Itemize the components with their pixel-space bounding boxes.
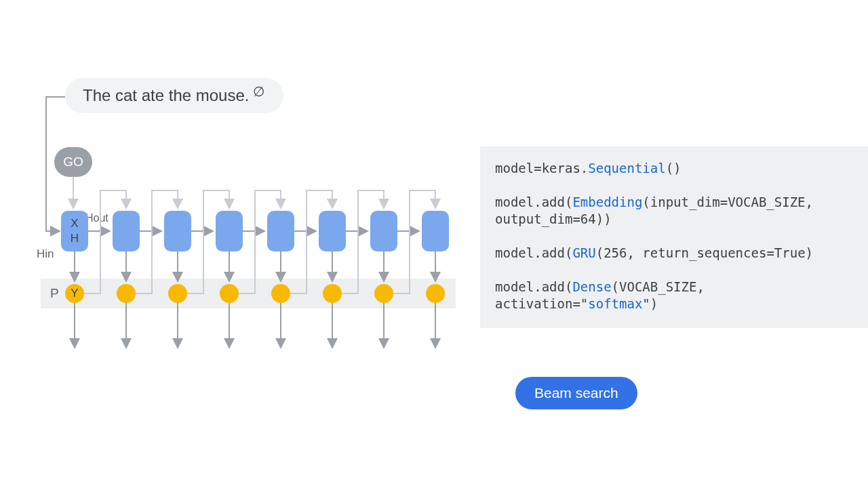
beam-search-label: Beam search bbox=[534, 385, 618, 401]
beam-search-button[interactable]: Beam search bbox=[515, 377, 637, 409]
output-dot-7 bbox=[426, 284, 445, 303]
code-snippet-box: model=keras.Sequential() model.add(Embed… bbox=[480, 146, 868, 328]
rnn-cell-3 bbox=[216, 211, 243, 251]
rnn-cell-6 bbox=[370, 211, 397, 251]
empty-set-symbol: ∅ bbox=[253, 83, 264, 100]
code-line-2: model.add(Embedding(input_dim=VOCAB_SIZE… bbox=[495, 194, 853, 228]
rnn-cell-4 bbox=[267, 211, 294, 251]
hin-label: Hin bbox=[37, 247, 54, 261]
rnn-diagram: The cat ate the mouse. ∅ GO Hin Hout P X… bbox=[41, 78, 461, 356]
output-dot-6 bbox=[374, 284, 393, 303]
cell-h-label: H bbox=[71, 231, 79, 246]
go-label: GO bbox=[63, 155, 83, 169]
output-dot-0: Y bbox=[65, 284, 84, 303]
output-dot-2 bbox=[168, 284, 187, 303]
probability-strip bbox=[41, 279, 456, 308]
output-dot-3 bbox=[220, 284, 239, 303]
rnn-cell-2 bbox=[164, 211, 191, 251]
hout-label: Hout bbox=[85, 212, 108, 224]
code-line-4: model.add(Dense(VOCAB_SIZE, activation="… bbox=[495, 279, 853, 313]
input-sentence-text: The cat ate the mouse. bbox=[83, 86, 249, 105]
y-label: Y bbox=[71, 287, 78, 300]
rnn-cell-1 bbox=[113, 211, 140, 251]
output-dot-5 bbox=[323, 284, 342, 303]
output-dot-4 bbox=[271, 284, 290, 303]
rnn-cell-5 bbox=[319, 211, 346, 251]
p-label: P bbox=[50, 286, 59, 301]
cell-x-label: X bbox=[71, 216, 78, 231]
input-sentence-pill: The cat ate the mouse. ∅ bbox=[65, 78, 283, 113]
code-line-1: model=keras.Sequential() bbox=[495, 160, 853, 178]
output-dot-1 bbox=[117, 284, 136, 303]
go-token-badge: GO bbox=[54, 147, 92, 177]
rnn-cell-7 bbox=[422, 211, 449, 251]
code-line-3: model.add(GRU(256, return_sequences=True… bbox=[495, 245, 853, 262]
rnn-cell-0: X H bbox=[61, 211, 88, 251]
